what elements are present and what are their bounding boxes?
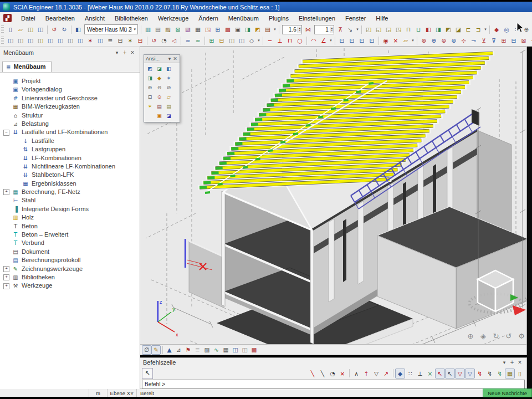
more-tools-arrow-icon[interactable]: ▾ <box>257 38 261 43</box>
shell-tool-icon[interactable]: ◪ <box>453 24 463 34</box>
more-tools-arrow-icon[interactable]: ▾ <box>411 38 415 43</box>
snap-midpoint-icon[interactable]: ◆ <box>395 369 405 378</box>
solid-tool-icon[interactable]: ⊡ <box>367 35 377 45</box>
snap-point-icon[interactable]: ↯ <box>495 369 505 378</box>
hatching-toggle-icon[interactable]: ▨ <box>202 345 212 355</box>
redo-icon[interactable]: ↻ <box>59 24 69 34</box>
view-settings-icon[interactable]: ⚙ <box>517 332 526 341</box>
status-unit[interactable]: m <box>89 389 108 397</box>
sidebar-item-berechnung-fe-netz[interactable]: +▦Berechnung, FE-Netz <box>0 188 140 196</box>
support-icon[interactable]: ⊛ <box>419 35 429 45</box>
sidebar-item-ergebnisklassen[interactable]: ▦Ergebnisklassen <box>0 180 140 188</box>
navcube-toggle-icon[interactable]: ◈ <box>479 332 488 341</box>
perspective-toggle-icon[interactable]: ∅ <box>142 345 151 355</box>
line-grid-icon[interactable]: ▯ <box>515 369 525 378</box>
snap-line-icon[interactable]: ╲ <box>308 369 318 378</box>
menu-item-datei[interactable]: Datei <box>16 13 40 23</box>
hide-icon[interactable]: × <box>391 35 401 45</box>
render-mode-icon[interactable]: ◪ <box>165 112 173 120</box>
more-tools-arrow-icon[interactable]: ▾ <box>273 27 277 32</box>
palette-close-icon[interactable]: ✕ <box>172 56 178 62</box>
snap-surface-icon[interactable]: ▽ <box>455 369 465 378</box>
gallery-icon[interactable]: ◨ <box>243 24 253 34</box>
support-icon[interactable]: ⊞ <box>499 35 509 45</box>
loads-toggle-icon[interactable]: ◫ <box>240 345 249 355</box>
hinge-icon[interactable]: ⊚ <box>449 35 459 45</box>
angle-tool-icon[interactable]: ∠ <box>319 35 329 45</box>
panel-menu-arrow-icon[interactable]: ▾ <box>500 360 508 365</box>
sidebar-item-lf-kombinationen[interactable]: ⇊LF-Kombinationen <box>0 154 140 162</box>
connect-members-icon[interactable]: ∞ <box>183 35 193 45</box>
snap-vector-icon[interactable]: ↗ <box>381 369 391 378</box>
snap-endpoint-icon[interactable]: ↖ <box>435 369 445 378</box>
layer-manager-icon[interactable]: ◫ <box>227 35 237 45</box>
sidebar-item-lastgruppen[interactable]: ⇅Lastgruppen <box>0 145 140 154</box>
grid-icon[interactable]: ▥ <box>143 24 153 34</box>
palette-menu-arrow-icon[interactable]: ▾ <box>167 56 172 62</box>
search-icon[interactable]: ◎ <box>502 24 511 34</box>
circle-tool-icon[interactable]: ○ <box>295 35 305 45</box>
sidebar-item-belastung[interactable]: ⊿Belastung <box>0 120 140 128</box>
new-project-icon[interactable]: ▯ <box>6 24 16 34</box>
sidebar-item-holz[interactable]: ▥Holz <box>0 213 140 222</box>
orbit-back-icon[interactable]: ↺ <box>504 332 513 341</box>
zoom-selection-icon[interactable]: ⊙ <box>155 93 163 101</box>
sidebar-item-zeichnungswerkzeuge[interactable]: +✎Zeichnungswerkzeuge <box>0 265 140 273</box>
menu-item-ansicht[interactable]: Ansicht <box>80 13 110 23</box>
toolbar-grip[interactable] <box>1 25 4 34</box>
new-messages-button[interactable]: Neue Nachrichte <box>483 388 532 397</box>
layout-icon[interactable]: ◧ <box>73 24 83 34</box>
text-toggle-icon[interactable]: ≡ <box>193 345 202 355</box>
sidebar-item-bim-werkzeugkasten[interactable]: ▦BIM-Werkzeugkasten <box>0 103 140 111</box>
menu-item-menübaum[interactable]: Menübaum <box>223 13 264 23</box>
open-project-icon[interactable]: ▱ <box>16 24 25 34</box>
tab-menubaum[interactable]: ≣ Menübaum <box>2 61 52 72</box>
sidebar-item-beton-erweitert[interactable]: TBeton – Erweitert <box>0 231 140 239</box>
zoom-window-icon[interactable]: ⊡ <box>146 93 154 101</box>
snap-arc-icon[interactable]: ◔ <box>328 369 337 378</box>
panel-menu-arrow-icon[interactable]: ▾ <box>113 50 121 55</box>
menu-item-werkzeuge[interactable]: Werkzeuge <box>153 13 193 23</box>
results-icon[interactable]: ▩ <box>223 24 233 34</box>
clip-box-icon[interactable]: ▣ <box>155 112 163 120</box>
image-export-icon[interactable]: ▤ <box>165 103 173 111</box>
frame-tool-icon[interactable]: ⊔ <box>413 24 423 34</box>
snap-vertex-icon[interactable]: ∧ <box>351 369 361 378</box>
document-icon[interactable]: ▣ <box>233 24 243 34</box>
section-toggle-icon[interactable]: ⊿ <box>174 345 183 355</box>
project-selector-dropdown[interactable]: Weber Haus Mü 20▾ <box>84 24 138 34</box>
arc-tool-icon[interactable]: ◠ <box>309 35 319 45</box>
model-viewport[interactable]: z y x Ansi... ▾ ✕ ◩◪◧◨◆✶⊕⊖⊘⊡⊙▱✶▤▤▣◪ <box>140 47 527 355</box>
menu-item-fenster[interactable]: Fenster <box>340 13 371 23</box>
zoom-in-icon[interactable]: ⊕ <box>146 84 154 92</box>
sidebar-item-beton[interactable]: TBeton <box>0 222 140 231</box>
wall-tool-icon[interactable]: ◰ <box>364 24 374 34</box>
opening-tool-icon[interactable]: ⊐ <box>473 24 483 34</box>
mirror-entity-icon[interactable]: ◫ <box>35 35 45 45</box>
snap-segment-icon[interactable]: ╲ <box>318 369 328 378</box>
supports-toggle-icon[interactable]: ◫ <box>231 345 240 355</box>
view-z-icon[interactable]: ◧ <box>165 65 173 73</box>
undo-icon[interactable]: ↺ <box>49 24 59 34</box>
delete-icon[interactable]: ⊟ <box>135 35 145 45</box>
support-icon[interactable]: ⊹ <box>459 35 469 45</box>
wall-tool-icon[interactable]: ◳ <box>393 24 403 34</box>
save-view-icon[interactable]: ▱ <box>165 93 173 101</box>
snap-nearest-icon[interactable]: ↖ <box>445 369 455 378</box>
trim-entity-icon[interactable]: ◫ <box>55 35 65 45</box>
pointer-mode-button[interactable]: ↖ <box>142 368 153 379</box>
toolbar-grip[interactable] <box>1 37 4 45</box>
view-x-icon[interactable]: ◩ <box>146 65 154 73</box>
orbit-icon[interactable]: ↻ <box>492 332 500 341</box>
load-scale-icon[interactable]: ⋈ <box>303 24 313 34</box>
labels-toggle-icon[interactable]: ⚑ <box>183 345 193 355</box>
node-icon[interactable]: ◆ <box>492 24 502 34</box>
expand-box-icon[interactable]: + <box>3 283 9 289</box>
array-icon[interactable]: ◫ <box>95 35 105 45</box>
menu-item-einstellungen[interactable]: Einstellungen <box>294 13 340 23</box>
menu-item-plugins[interactable]: Plugins <box>264 13 294 23</box>
align-icon[interactable]: ≡ <box>105 35 115 45</box>
surface-toggle-icon[interactable]: ▲ <box>165 345 174 355</box>
hinge-icon[interactable]: ⊟ <box>509 35 519 45</box>
status-plane[interactable]: Ebene XY <box>108 389 137 397</box>
